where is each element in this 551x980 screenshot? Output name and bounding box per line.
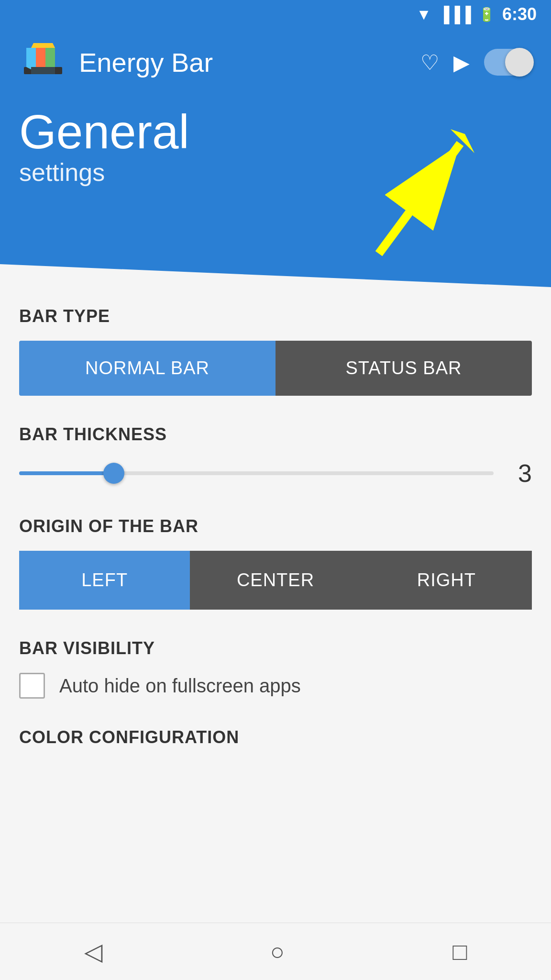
hero-section: General settings bbox=[0, 86, 551, 287]
app-title: Energy Bar bbox=[79, 47, 213, 78]
normal-bar-button[interactable]: NORMAL BAR bbox=[19, 341, 276, 396]
svg-marker-4 bbox=[31, 43, 55, 48]
battery-icon: 🔋 bbox=[478, 7, 495, 22]
color-config-label: COLOR CONFIGURATION bbox=[19, 727, 532, 757]
status-bar-icons: ▼ ▐▐▐ 🔋 6:30 bbox=[416, 4, 537, 24]
back-nav-button[interactable]: ◁ bbox=[84, 938, 102, 966]
right-button[interactable]: RIGHT bbox=[361, 551, 532, 610]
svg-marker-1 bbox=[26, 48, 36, 69]
slider-value: 3 bbox=[508, 459, 532, 488]
slider-track[interactable] bbox=[19, 471, 494, 475]
toggle-knob bbox=[505, 48, 534, 77]
content-area: BAR TYPE NORMAL BAR STATUS BAR BAR THICK… bbox=[0, 287, 551, 805]
signal-icon: ▐▐▐ bbox=[439, 6, 471, 23]
slider-fill bbox=[19, 471, 114, 475]
bar-type-section: BAR TYPE NORMAL BAR STATUS BAR bbox=[19, 306, 532, 396]
wifi-icon: ▼ bbox=[416, 6, 431, 23]
left-button[interactable]: LEFT bbox=[19, 551, 190, 610]
svg-marker-3 bbox=[45, 48, 55, 69]
origin-bar-label: ORIGIN OF THE BAR bbox=[19, 516, 532, 536]
checkbox-box[interactable] bbox=[19, 673, 45, 699]
header-left: Energy Bar bbox=[19, 38, 213, 86]
app-logo bbox=[19, 38, 67, 86]
bar-visibility-label: BAR VISIBILITY bbox=[19, 638, 532, 658]
bar-type-buttons: NORMAL BAR STATUS BAR bbox=[19, 341, 532, 396]
home-nav-button[interactable]: ○ bbox=[270, 938, 285, 966]
bar-type-label: BAR TYPE bbox=[19, 306, 532, 326]
slider-thumb[interactable] bbox=[103, 463, 124, 484]
color-config-section: COLOR CONFIGURATION bbox=[19, 727, 532, 757]
header-actions: ♡ ▶ bbox=[420, 49, 532, 76]
status-time: 6:30 bbox=[502, 4, 537, 24]
auto-hide-checkbox[interactable]: Auto hide on fullscreen apps bbox=[19, 673, 532, 699]
center-button[interactable]: CENTER bbox=[190, 551, 361, 610]
toggle-button[interactable] bbox=[484, 49, 532, 76]
origin-bar-section: ORIGIN OF THE BAR LEFT CENTER RIGHT bbox=[19, 516, 532, 610]
slider-container: 3 bbox=[19, 459, 532, 488]
status-bar-button[interactable]: STATUS BAR bbox=[276, 341, 532, 396]
svg-marker-2 bbox=[36, 48, 45, 69]
status-bar: ▼ ▐▐▐ 🔋 6:30 bbox=[0, 0, 551, 29]
bar-thickness-section: BAR THICKNESS 3 bbox=[19, 424, 532, 488]
svg-marker-5 bbox=[31, 67, 55, 74]
recent-nav-button[interactable]: □ bbox=[452, 938, 467, 966]
bar-thickness-label: BAR THICKNESS bbox=[19, 424, 532, 445]
checkbox-label: Auto hide on fullscreen apps bbox=[59, 675, 301, 697]
play-button[interactable]: ▶ bbox=[453, 50, 470, 75]
logo-icon bbox=[19, 38, 67, 86]
bar-visibility-section: BAR VISIBILITY Auto hide on fullscreen a… bbox=[19, 638, 532, 699]
hero-title: General bbox=[19, 105, 532, 158]
app-header: Energy Bar ♡ ▶ bbox=[0, 29, 551, 86]
origin-bar-buttons: LEFT CENTER RIGHT bbox=[19, 551, 532, 610]
bottom-nav: ◁ ○ □ bbox=[0, 923, 551, 980]
hero-subtitle: settings bbox=[19, 158, 532, 187]
heart-button[interactable]: ♡ bbox=[420, 50, 439, 75]
